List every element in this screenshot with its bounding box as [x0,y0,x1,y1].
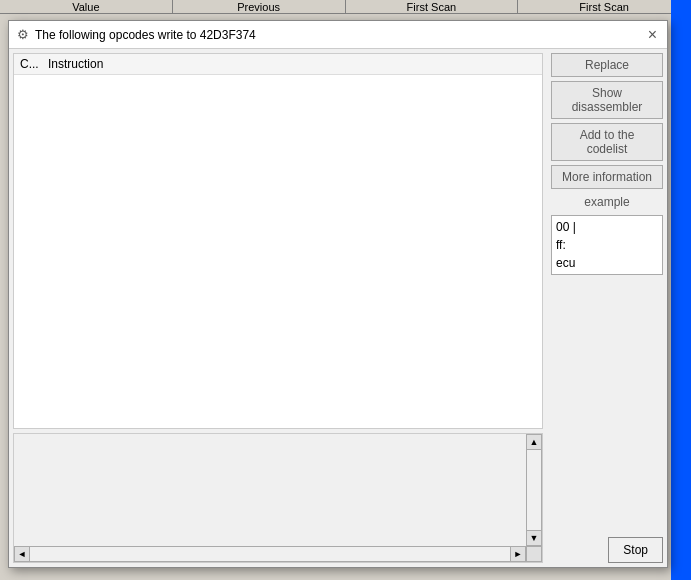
opcode-table: C... Instruction [13,53,543,429]
scroll-right-btn[interactable]: ► [510,546,526,562]
col-instruction-header: Instruction [48,57,536,71]
scroll-down-btn[interactable]: ▼ [526,530,542,546]
hex-line-3: ecu [556,254,658,272]
replace-button[interactable]: Replace [551,53,663,77]
vertical-scrollbar: ▲ ▼ [526,434,542,546]
title-text: ⚙ The following opcodes write to 42D3F37… [17,27,256,42]
show-disassembler-button[interactable]: Show disassembler [551,81,663,119]
bg-col-firstscan2: First Scan [518,0,691,13]
example-label: example [551,193,663,211]
scrollbar-corner [526,546,542,562]
bg-col-firstscan1: First Scan [346,0,519,13]
opcode-table-header: C... Instruction [14,54,542,75]
more-information-button[interactable]: More information [551,165,663,189]
stop-button[interactable]: Stop [608,537,663,563]
left-panel: C... Instruction ▲ ▼ ◄ ► [9,49,547,567]
right-sidebar-bg [671,0,691,580]
bg-header: Value Previous First Scan First Scan [0,0,691,14]
hex-line-2: ff: [556,236,658,254]
scroll-track-v [526,450,542,530]
scroll-left-btn[interactable]: ◄ [14,546,30,562]
title-bar: ⚙ The following opcodes write to 42D3F37… [9,21,667,49]
hex-line-1: 00 | [556,218,658,236]
scroll-track-h [30,546,510,562]
horizontal-scrollbar: ◄ ► [14,546,526,562]
dialog-title: The following opcodes write to 42D3F374 [35,28,256,42]
content-area: C... Instruction ▲ ▼ ◄ ► [9,49,667,567]
col-c-header: C... [20,57,48,71]
bg-col-value: Value [0,0,173,13]
lower-text-area: ▲ ▼ ◄ ► [13,433,543,563]
right-bottom-area: Stop [551,537,663,563]
bg-col-previous: Previous [173,0,346,13]
close-button[interactable]: × [646,27,659,43]
hex-values-display: 00 | ff: ecu [551,215,663,275]
right-panel: Replace Show disassembler Add to the cod… [547,49,667,567]
gear-icon: ⚙ [17,27,29,42]
dialog-window: ⚙ The following opcodes write to 42D3F37… [8,20,668,568]
add-to-codelist-button[interactable]: Add to the codelist [551,123,663,161]
opcode-table-body [14,75,542,428]
scroll-up-btn[interactable]: ▲ [526,434,542,450]
